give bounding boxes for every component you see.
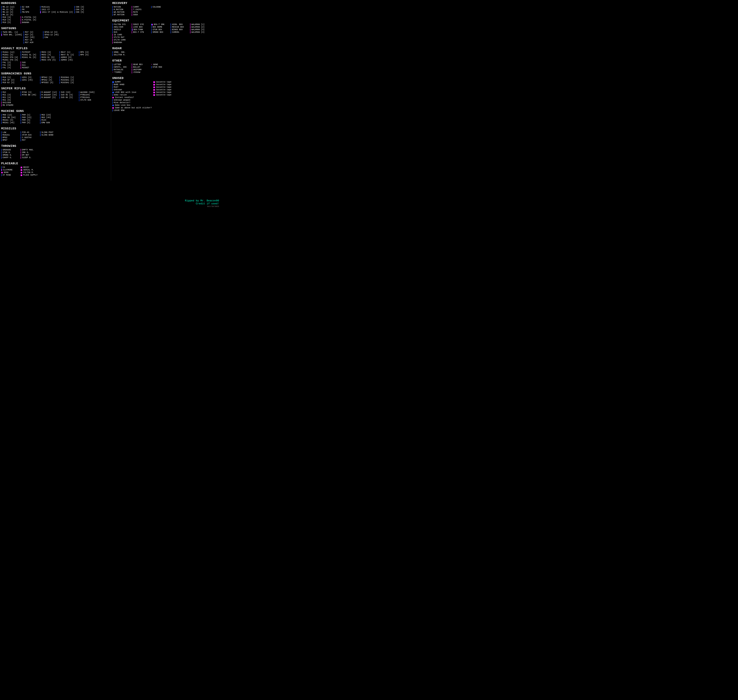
item-label: BOX-T STN (133, 31, 144, 33)
item-icon (153, 81, 155, 83)
list-item: 1911 CT (40, 9, 73, 11)
item-icon (21, 174, 22, 176)
item-icon (171, 29, 171, 31)
list-item: MK.22 [4] (1, 11, 19, 13)
list-item: M16A1 GL [4] (21, 54, 38, 56)
list-item: BULLET (132, 66, 150, 68)
list-item: FULTON M. (21, 171, 38, 174)
item-label: FULTON SYS (114, 24, 126, 26)
item-icon (40, 96, 40, 99)
item-label: EMPTY MAG. (22, 149, 34, 151)
item-column: DUMMYBARE HANDM16?UnknownLOVE BOX with l… (112, 81, 152, 112)
item-label: MK.22 [12] (3, 6, 15, 8)
item-column: SLING POSTSLING BAND (40, 131, 58, 142)
item-icon (21, 134, 21, 136)
list-item: Demo ration (112, 94, 152, 96)
item-label: RG DYNAMO (3, 104, 13, 106)
list-item: SMOKE G. (1, 154, 19, 156)
item-icon (60, 56, 60, 59)
item-label: M.NAGANT [5] (41, 96, 56, 99)
list-item: RAILGUN (1, 101, 19, 104)
item-icon (112, 11, 113, 13)
list-item: M1C (1, 91, 19, 93)
item-label: M1928A1 [3] (61, 82, 74, 84)
item-label: M16A1 STG [4] (3, 56, 18, 59)
list-item: M653 [3] (40, 51, 58, 53)
item-label: SPAS-12 [45] (44, 34, 59, 36)
item-label: PLACE SUPPLY (23, 174, 37, 176)
list-item: Cassette tape (153, 81, 171, 83)
list-item: Unknown weapon (112, 99, 152, 101)
item-label: WA2000 [345] (80, 91, 95, 93)
list-item: M653 STG [5] (40, 59, 58, 61)
list-item: C96 [5] (74, 11, 92, 13)
item-label: SMOKE BOX (153, 31, 163, 33)
list-item: MP5A2 [3] (40, 76, 58, 79)
item-label: DECOY (23, 166, 29, 168)
list-item: NVG (112, 31, 130, 33)
item-label: M37 [3] (25, 34, 33, 36)
item-label: EM NET (22, 154, 29, 156)
item-icon (151, 6, 151, 8)
list-item: M19 [4] (1, 19, 19, 21)
item-label: M63A1 [3] (3, 119, 13, 121)
list-item: PB/6P9 (21, 11, 38, 13)
item-icon (190, 29, 190, 31)
list-item: M1928A1 [3] (60, 82, 77, 84)
item-icon (112, 9, 113, 11)
list-item: C96 [3] (74, 6, 92, 8)
section-handguns: HANDGUNSMK.22 [12]MK.22 [3]MK.22 [4]MK.2… (1, 1, 110, 24)
item-label: GRENADE (3, 149, 11, 151)
item-column: K.PISTOL [4]K.PISTOL [5]BANANA (21, 16, 38, 24)
item-column: RATIONR.RATIONWD.RATIONBT.RATION (112, 6, 130, 16)
item-label: SVD [23] (61, 91, 71, 93)
item-icon (60, 59, 60, 61)
item-label: M19 [5] (3, 21, 11, 24)
item-label: M653 GL [5] (41, 56, 54, 59)
list-item: M.NAGANT [34] (40, 94, 58, 96)
item-icon (1, 172, 3, 174)
item-icon (1, 79, 1, 81)
item-icon (1, 59, 1, 61)
list-item: PKM [23] (21, 116, 38, 119)
item-icon (112, 97, 114, 99)
list-item: M16A1 [3] (1, 54, 19, 56)
item-label: TWIN BRL. [2345] (3, 34, 22, 36)
item-label: M37 ACM (25, 41, 33, 44)
list-item: COLOGNE (151, 6, 169, 8)
item-label: STUN ROD (153, 66, 162, 68)
item-label: K.PISTOL [4] (22, 16, 36, 18)
item-label: M47 (22, 139, 26, 141)
item-label: CURRY (133, 6, 139, 8)
item-column: ID CARDSTLTH MATSTLTH CAMOBANDANA (112, 34, 130, 44)
item-label: M21 [3] (3, 94, 11, 96)
item-label: SLEEP G. (22, 157, 32, 159)
list-item: SPAS-12 [45] (43, 34, 61, 36)
item-label: Cassette tape (156, 91, 171, 93)
list-item: DECOY (21, 166, 38, 168)
items-grid: TWIN BRL. [1]TWIN BRL. [2345]M37 [2]M37 … (1, 31, 110, 44)
item-label: M1911A1 (41, 6, 50, 8)
list-item: FULTON SYS (112, 24, 130, 26)
item-label: M.NAGANT [12] (41, 91, 57, 93)
item-label: BINOS BOX (172, 29, 183, 31)
list-item: CLAYMORE (1, 169, 19, 171)
item-label: PKM [1] (22, 114, 30, 116)
item-column: CURRYT.CHIPSMATESODA (132, 6, 150, 16)
item-icon (112, 26, 113, 28)
item-label: M653 [4] (41, 54, 51, 56)
item-label: M1928A1 [2] (61, 79, 74, 81)
item-icon (112, 36, 113, 38)
footer-credit: Ripped by Mr. Beacon00Credit if used! Oc… (185, 199, 219, 207)
item-column: M10 [1]M10 SP [2]M10 BJ [3] (1, 76, 19, 84)
list-item: SUG (21, 62, 38, 64)
item-icon (21, 151, 21, 154)
item-column: C4CLAYMOREBOOKAT MINE (1, 166, 19, 176)
item-icon (21, 64, 21, 66)
list-item: MP5A2 [4] (40, 79, 58, 81)
list-item: PTRD1941 (79, 94, 97, 96)
item-icon (151, 66, 151, 68)
list-item: RATHALOS (112, 69, 130, 71)
item-column: FAL [2]FAL [3]FAL [4] (1, 62, 19, 69)
list-item: EMPTY MAG. (21, 149, 38, 151)
